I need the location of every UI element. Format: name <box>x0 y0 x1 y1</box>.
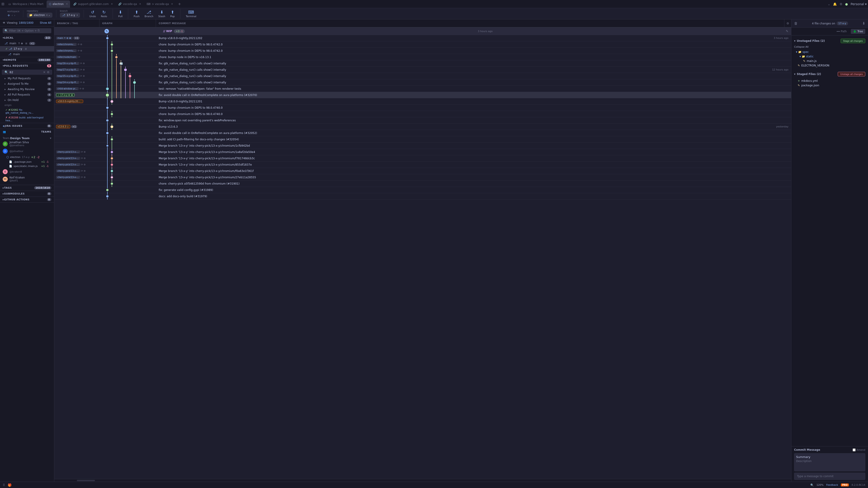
commit-row-bump-chromium-2[interactable]: chore: bump chromium in DEPS to 98.0.474… <box>54 111 791 117</box>
undo-button[interactable]: ↺ Undo <box>88 9 98 19</box>
tab-support[interactable]: 🔗 support.gitkraken.com ✕ <box>71 0 115 8</box>
static-folder[interactable]: ▾ 📁 static <box>796 54 865 59</box>
staged-collapse[interactable]: ▾ Staged Files (2) <box>794 72 821 76</box>
commit-row-bump-chromium-1[interactable]: chore: bump chromium in DEPS to 98.0.474… <box>54 105 791 111</box>
submodules-header[interactable]: ▸ SUBMODULES 0 <box>0 191 54 197</box>
commit-message-input[interactable]: Type a message to commit <box>794 473 865 480</box>
file-package-json[interactable]: 📄 ./package.json +1 -1 <box>3 160 51 164</box>
search-bar[interactable]: 🔍 Filter (⌘ + Option + f) <box>3 28 51 33</box>
workspace-add-icon[interactable]: + <box>7 13 10 18</box>
unstaged-collapse[interactable]: ▾ Unstaged Files (2) <box>794 39 825 42</box>
pop-button[interactable]: ⬆ Pop <box>168 9 177 19</box>
commit-row-onrefresh[interactable]: fix: avoid double call in OnRefreshCompl… <box>54 130 791 136</box>
stage-all-button[interactable]: Stage all changes <box>841 39 865 43</box>
notification-icon[interactable]: 🔔 <box>833 2 837 6</box>
github-actions-header[interactable]: ▸ GITHUB ACTIONS 0 <box>0 197 54 202</box>
team-name[interactable]: Design Team <box>10 137 30 140</box>
graph-list-icon[interactable]: ⠿ <box>3 483 5 487</box>
commit-row-fix-gypi[interactable]: fix: generate valid config.gypi (#31989) <box>54 187 791 193</box>
stash-button[interactable]: ⬇ Stash <box>156 9 167 19</box>
commit-row-cherrypick-a5f[interactable]: chore: cherry-pick a5f54612590d from chr… <box>54 181 791 187</box>
tab-overflow-icon[interactable]: ⌄ <box>828 2 830 6</box>
commit-row-trop-17[interactable]: trop/17-x-y-bp-fi... ⟳ ⚙ fix: gtk_native… <box>54 67 791 73</box>
vscode-tab-close[interactable]: ✕ <box>139 3 141 5</box>
commit-row-ci-build[interactable]: build: add CI path-filtering for docs-on… <box>54 136 791 142</box>
sidebar-item-assigned[interactable]: ▸ Assigned To Me 0 <box>0 81 54 87</box>
commit-row-trop-14[interactable]: trop/14-x-y-bp-fi... ⟳ ⚙ <box>54 79 791 86</box>
commit-row-cherry-2[interactable]: cherry-pick/13-x-... ⟳ ⚙ Merge branch '1… <box>54 155 791 162</box>
tab-vscode-qa[interactable]: 🔗 vscode-qa ✕ <box>116 0 143 8</box>
team-member-silva[interactable]: JS @jsilvafour <box>3 148 51 155</box>
commit-row-cherry-5[interactable]: cherry-pick/13-x-... ⟳ ⚙ Merge branch '1… <box>54 174 791 181</box>
commits-list[interactable]: main ↑ ⊕ 🖥 +1 Bump v18.0.0-nightly.20211… <box>54 35 791 479</box>
gift-icon[interactable]: 🎁 <box>8 483 11 487</box>
graph-settings-icon[interactable]: ⚙ <box>784 22 791 25</box>
team-expand-icon[interactable]: ▾ <box>50 136 51 140</box>
commit-row-trop-15[interactable]: trop/15-x-y-bp-fi... ⟳ ⚙ fix: g <box>54 73 791 79</box>
branch-button[interactable]: ⎇ Branch <box>143 9 155 19</box>
commit-row-v18-nightly[interactable]: v18.0.0-nightly.202... Bump v18.0.0-nigh… <box>54 98 791 105</box>
commit-row-docs-build[interactable]: docs: add docs-only build (#31979) <box>54 193 791 199</box>
commit-electron[interactable]: ⬡ electron 17-x-y +2 -2 <box>3 155 51 160</box>
tree-tab[interactable]: 🌲 Tree <box>851 29 865 34</box>
commit-row-cherry-1[interactable]: cherry-pick/13-x-... ⟳ ⚙ Merge branch '1… <box>54 149 791 155</box>
window-menu-icon[interactable]: ⊞ <box>1 2 4 6</box>
sidebar-item-17xy[interactable]: ✓ ⎇ 17-x-y 🖥 <box>0 46 54 52</box>
spec-folder[interactable]: ▾ 📁 spec <box>796 50 865 54</box>
electron-version-file[interactable]: ✎ ELECTRON_VERSION <box>796 63 865 68</box>
commit-row-v13-bump[interactable]: v13.6.3 ◇ +1 Bump v13.6.3 yesterday <box>54 124 791 130</box>
electron-tab-close[interactable]: ✕ <box>66 3 68 5</box>
local-header[interactable]: ▾ LOCAL 2/2 <box>0 35 54 41</box>
commit-row-child-window[interactable]: child-window-pr... ⟳ ⚙ ! <box>54 86 791 92</box>
mainjs-file[interactable]: ✎ main.js <box>796 59 865 63</box>
account-label[interactable]: Personal ▾ <box>850 2 867 6</box>
pr-search-bar[interactable]: 🔍 82 ✕ ⚙ <box>2 70 52 75</box>
commit-row-merge-1[interactable]: Merge branch '13-x-y' into cherry-pick/1… <box>54 142 791 149</box>
pr-item-28288[interactable]: ✗ #28288 build: add boringssl hea... <box>0 115 54 123</box>
tags-header[interactable]: ▸ TAGS 1610/1610 <box>0 185 54 191</box>
commit-row-roller-chromium-1[interactable]: roller/chromiu... ⟳ ⚙ chore: bump chromi… <box>54 41 791 48</box>
feedback-button[interactable]: Feedback <box>826 484 838 486</box>
team-member-keif[interactable]: KK Keif Kraken @keif1 <box>3 175 51 183</box>
terminal-tab-close[interactable]: ✕ <box>171 3 173 5</box>
pr-item-32082[interactable]: ✓ #32082 fix: gtk_native_dialog_ru... <box>0 107 54 115</box>
commit-row-cherry-3[interactable]: cherry-pick/13-x-... ⟳ ⚙ Merge branch '1… <box>54 162 791 168</box>
teams-header[interactable]: 👥 TEAMS <box>0 129 54 135</box>
tab-terminal[interactable]: ⌨ > vscode-qa ✕ <box>144 0 175 8</box>
jira-header[interactable]: ◈ JIRA ISSUES 0 <box>0 123 54 129</box>
commit-row-bump-v18[interactable]: main ↑ ⊕ 🖥 +1 Bump v18.0.0-nightly.20211… <box>54 35 791 41</box>
pull-button[interactable]: ⬇ Pull <box>116 9 125 19</box>
commit-row-17xy-fix[interactable]: ✓ 17-x-y ⊕ 🖥 fix: avoid dou <box>54 92 791 98</box>
repo-selector[interactable]: 📁 electron ▾ ▸ <box>27 13 53 18</box>
file-main-js[interactable]: 📄 spec/static /main.js +1 -1 <box>3 164 51 168</box>
tab-workspace[interactable]: 🗂 Workspace / Malo Mart <box>6 0 46 8</box>
sidebar-item-main-sub[interactable]: ⎇ main <box>0 52 54 57</box>
sidebar-item-awaiting[interactable]: ▸ Awaiting My Review 0 <box>0 87 54 92</box>
download-changes-icon[interactable]: ⬇ <box>862 21 865 26</box>
wip-edit-icon[interactable]: ✎ <box>786 29 788 33</box>
terminal-button[interactable]: ⌨ Terminal <box>184 9 198 19</box>
unstage-all-button[interactable]: Unstage all changes <box>838 72 865 76</box>
pull-requests-header[interactable]: ▾ PULL REQUESTS 4 <box>0 63 54 69</box>
tab-electron[interactable]: ⬡ electron ✕ <box>46 0 70 8</box>
amend-checkbox-label[interactable]: Amend <box>852 449 865 451</box>
amend-checkbox[interactable] <box>852 449 856 451</box>
support-tab-close[interactable]: ✕ <box>111 3 113 5</box>
package-json-file[interactable]: ✎ package.json <box>796 83 865 88</box>
team-member-kraken[interactable]: K @kraken8 <box>3 168 51 175</box>
graph-bottom-scroll[interactable] <box>54 479 791 482</box>
commit-row-roller-node[interactable]: roller/node/main ⟳ chore: bump node in D… <box>54 54 791 60</box>
commit-row-webprefs[interactable]: fix: window.open not overriding parent's… <box>54 117 791 124</box>
remote-header[interactable]: ▾ REMOTE 188/188 <box>0 57 54 63</box>
workspace-nav-fwd[interactable]: › <box>14 13 16 17</box>
scroll-track[interactable] <box>77 480 95 481</box>
commit-summary-area[interactable]: Summary Description <box>794 453 865 471</box>
new-tab-button[interactable]: + <box>176 1 183 7</box>
mkdocs-file[interactable]: + mkdocs.yml <box>796 78 865 83</box>
sidebar-item-all-prs[interactable]: ▸ All Pull Requests 4 <box>0 92 54 97</box>
redo-button[interactable]: ↻ Redo <box>99 9 109 19</box>
branch-badge[interactable]: 17-x-y <box>837 22 848 25</box>
workspace-nav-back[interactable]: ‹ <box>11 13 13 17</box>
collapse-all-btn[interactable]: Collapse All <box>794 45 865 48</box>
sidebar-item-my-prs[interactable]: ▸ My Pull Requests 0 <box>0 76 54 81</box>
